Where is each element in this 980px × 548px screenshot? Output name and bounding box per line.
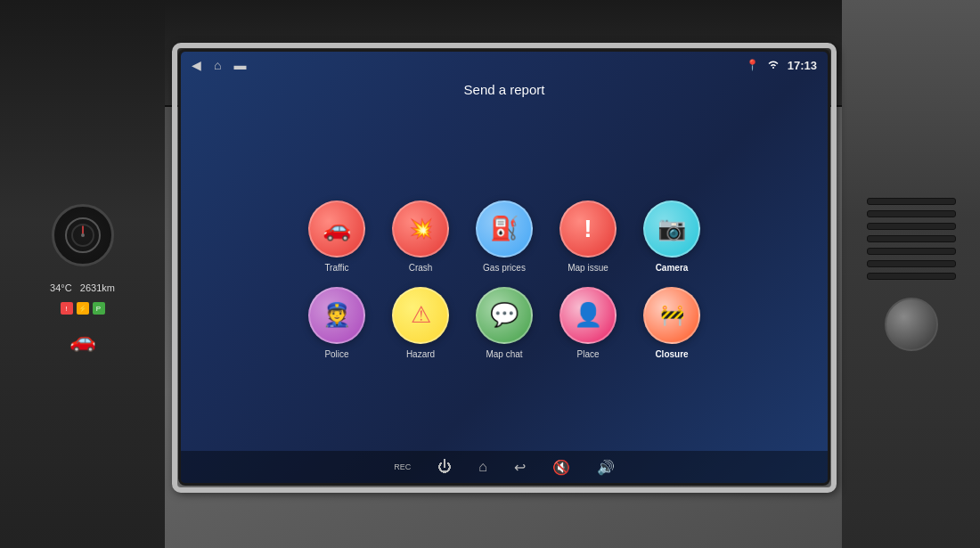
closure-icon: 🚧 xyxy=(660,304,684,327)
rec-button[interactable]: REC xyxy=(394,462,411,471)
right-vent xyxy=(842,0,980,548)
traffic-icon: 🚗 xyxy=(323,215,351,242)
report-item-crash[interactable]: 💥 Crash xyxy=(392,200,449,273)
crash-icon-circle: 💥 xyxy=(392,200,449,258)
traffic-icon-circle: 🚗 xyxy=(308,200,365,258)
back-sys-button[interactable]: ↩ xyxy=(514,459,526,476)
mapchat-label: Map chat xyxy=(486,349,522,359)
closure-label: Closure xyxy=(655,349,688,359)
nav-icons: ◀ ⌂ ▬ xyxy=(192,58,246,72)
gauge-display xyxy=(65,217,101,253)
report-item-police[interactable]: 👮 Police xyxy=(308,287,365,359)
screen: ◀ ⌂ ▬ 📍 17:13 Send a report xyxy=(181,52,828,483)
vent-slat xyxy=(867,273,956,280)
report-item-camera[interactable]: 📷 Camera xyxy=(643,200,700,273)
hazard-icon: ⚠ xyxy=(411,301,431,329)
vent-knob[interactable] xyxy=(885,298,938,351)
place-icon-circle: 👤 xyxy=(559,287,617,344)
report-item-traffic[interactable]: 🚗 Traffic xyxy=(308,200,365,273)
location-icon: 📍 xyxy=(746,59,759,71)
vent-slat xyxy=(867,223,956,230)
warning-icons: ! ⚡ P xyxy=(61,302,105,315)
vent-slats xyxy=(867,198,956,280)
screen-title: Send a report xyxy=(181,78,828,108)
recent-button[interactable]: ▬ xyxy=(233,58,246,72)
bottom-bar: REC ⏻ ⌂ ↩ 🔇 🔊 xyxy=(181,451,828,483)
mapchat-icon: 💬 xyxy=(490,301,519,329)
gas-label: Gas prices xyxy=(483,263,526,273)
volume-button[interactable]: 🔊 xyxy=(597,459,615,476)
mapissue-icon-circle: ! xyxy=(559,200,617,258)
closure-icon-circle: 🚧 xyxy=(643,287,700,344)
report-grid: 🚗 Traffic 💥 Crash ⛽ Gas prices xyxy=(181,108,828,451)
home-button[interactable]: ⌂ xyxy=(214,58,221,72)
car-icon: 🚗 xyxy=(69,328,96,353)
report-item-closure[interactable]: 🚧 Closure xyxy=(643,287,700,359)
status-bar: ◀ ⌂ ▬ 📍 17:13 xyxy=(181,52,828,78)
traffic-label: Traffic xyxy=(324,263,348,273)
wifi-icon xyxy=(766,59,780,72)
place-label: Place xyxy=(576,349,599,359)
report-row-2: 👮 Police ⚠ Hazard 💬 Map chat xyxy=(208,287,801,359)
place-icon: 👤 xyxy=(574,301,602,329)
vent-slat xyxy=(867,198,956,205)
speedometer xyxy=(52,204,114,266)
back-button[interactable]: ◀ xyxy=(192,58,201,72)
camera-icon: 📷 xyxy=(657,215,686,242)
left-cluster: 34°C 2631km ! ⚡ P 🚗 xyxy=(0,0,165,548)
gas-icon: ⛽ xyxy=(490,215,519,242)
vent-slat xyxy=(867,260,956,267)
screen-container: ◀ ⌂ ▬ 📍 17:13 Send a report xyxy=(178,49,830,486)
report-item-gas[interactable]: ⛽ Gas prices xyxy=(476,200,533,273)
gas-icon-circle: ⛽ xyxy=(476,200,533,258)
report-row-1: 🚗 Traffic 💥 Crash ⛽ Gas prices xyxy=(208,200,801,273)
police-icon-circle: 👮 xyxy=(308,287,365,344)
report-item-mapchat[interactable]: 💬 Map chat xyxy=(476,287,533,359)
power-button[interactable]: ⏻ xyxy=(437,459,452,475)
warning-icon-1: ! xyxy=(61,302,73,315)
hazard-label: Hazard xyxy=(406,349,435,359)
temp-display: 34°C 2631km xyxy=(50,282,115,293)
warning-icon-2: ⚡ xyxy=(77,302,89,315)
report-item-hazard[interactable]: ⚠ Hazard xyxy=(392,287,449,359)
warning-icon-3: P xyxy=(93,302,105,315)
mute-button[interactable]: 🔇 xyxy=(552,459,570,476)
hazard-icon-circle: ⚠ xyxy=(392,287,449,344)
mapchat-icon-circle: 💬 xyxy=(476,287,533,344)
home-sys-button[interactable]: ⌂ xyxy=(478,459,487,475)
svg-point-2 xyxy=(81,233,85,237)
camera-icon-circle: 📷 xyxy=(643,200,700,258)
time-display: 17:13 xyxy=(788,59,817,72)
crash-label: Crash xyxy=(409,263,433,273)
vent-slat xyxy=(867,235,956,242)
police-label: Police xyxy=(324,349,348,359)
crash-icon: 💥 xyxy=(409,217,433,241)
report-item-mapissue[interactable]: ! Map issue xyxy=(559,200,617,273)
mapissue-icon: ! xyxy=(584,215,592,243)
vent-slat xyxy=(867,210,956,217)
mapissue-label: Map issue xyxy=(568,263,608,273)
police-icon: 👮 xyxy=(323,301,351,329)
vent-slat xyxy=(867,248,956,255)
camera-label: Camera xyxy=(656,263,689,273)
status-right: 📍 17:13 xyxy=(746,59,817,72)
report-item-place[interactable]: 👤 Place xyxy=(559,287,617,359)
